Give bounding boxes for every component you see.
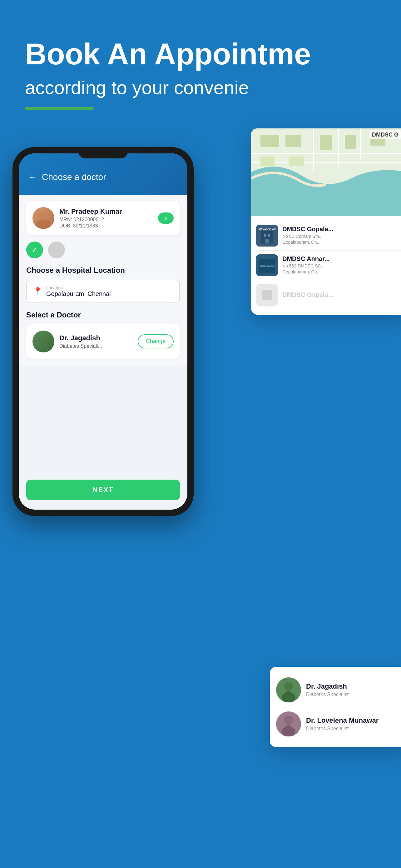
map-svg (251, 128, 401, 216)
svg-rect-31 (287, 725, 290, 726)
choose-hospital-title: Choose a Hospital Location (26, 266, 180, 275)
svg-rect-27 (287, 691, 290, 692)
map-area: DMDSC G (251, 128, 401, 216)
patient-dob: DOB: 30/11/1983 (59, 223, 153, 229)
svg-text:GOPALAPURAM: GOPALAPURAM (258, 228, 275, 230)
phone-body: Mr. Pradeep Kumar MRN: 02120000012 DOB: … (19, 195, 188, 365)
doctor-popup-specialty-2: Diabetes Specialist (306, 726, 378, 732)
phone-frame: ← Choose a doctor Mr. Pradeep Kumar MRN:… (12, 147, 194, 516)
next-button[interactable]: NEXT (26, 479, 180, 500)
avatar-face (32, 207, 54, 229)
toggle-inactive[interactable] (48, 242, 65, 258)
phone-header: ← Choose a doctor (19, 153, 188, 195)
hospital-name-1: DMDSC Gopala... (282, 226, 401, 233)
patient-mrn: MRN: 02120000012 (59, 217, 153, 222)
patient-card: Mr. Pradeep Kumar MRN: 02120000012 DOB: … (26, 201, 180, 235)
hero-underline (25, 107, 94, 110)
hospital-item-2[interactable]: ANNA NAGA DMDSC Annar... No 562 DMDSC SC… (256, 251, 401, 280)
doctor-card-specialty: Diabetes Speciali... (59, 343, 133, 349)
patient-avatar (32, 207, 54, 229)
doctor-avatar (32, 331, 54, 352)
svg-rect-23 (262, 290, 272, 300)
hospital-image-1: GOPALAPURAM (256, 225, 278, 247)
hospital-address-1: No 6B Conram Sm... Gopalapuram, Ch... (282, 234, 401, 246)
doctor-popup-name-1: Dr. Jagadish (306, 682, 348, 690)
svg-point-25 (284, 682, 293, 690)
hospital-thumb-1: GOPALAPURAM (256, 225, 278, 247)
back-row: ← Choose a doctor (28, 172, 178, 182)
doctor-popup-avatar-1 (276, 677, 301, 703)
svg-rect-17 (265, 239, 269, 243)
phone-container: ← Choose a doctor Mr. Pradeep Kumar MRN:… (0, 147, 401, 803)
hospital-address-2: No 562 DMDSC SC... Gopalapuram, Ch... (282, 263, 401, 275)
svg-rect-8 (320, 135, 332, 150)
doctor-card-name: Dr. Jagadish (59, 334, 133, 342)
hospital-name-2: DMDSC Annar... (282, 255, 401, 262)
svg-text:ANNA NAGA: ANNA NAGA (260, 265, 275, 268)
header-title: Choose a doctor (42, 172, 106, 182)
select-doctor-title: Select a Doctor (26, 311, 180, 319)
doctor-popup-specialty-1: Diabetes Specialist (306, 692, 348, 698)
doctor-popup-info-2: Dr. Lovelena Munawar Diabetes Specialist (306, 716, 378, 732)
svg-rect-6 (261, 135, 279, 147)
hospital-info-1: DMDSC Gopala... No 6B Conram Sm... Gopal… (282, 226, 401, 246)
svg-rect-9 (345, 135, 356, 149)
svg-rect-11 (261, 157, 274, 166)
toggle-row: ✓ (26, 242, 180, 258)
hero-title: Book An Appointme (25, 37, 376, 71)
phone-notch (78, 147, 128, 158)
patient-action-button[interactable]: › (158, 213, 174, 224)
location-label: Location (46, 285, 111, 290)
map-popup: DMDSC G GOPALAPURAM (251, 128, 401, 315)
doctor-card-info: Dr. Jagadish Diabetes Speciali... (59, 334, 133, 349)
hero-subtitle: according to your convenie (25, 77, 376, 98)
doctor-popup-info-1: Dr. Jagadish Diabetes Specialist (306, 682, 348, 698)
svg-rect-12 (289, 157, 304, 166)
toggle-active[interactable]: ✓ (26, 242, 43, 258)
doctor-popup-item-2[interactable]: Dr. Lovelena Munawar Diabetes Specialist (276, 707, 401, 741)
doctor-card: Dr. Jagadish Diabetes Speciali... Change (26, 324, 180, 359)
patient-info: Mr. Pradeep Kumar MRN: 02120000012 DOB: … (59, 208, 153, 229)
location-value: Gopalapuram, Chennai (46, 290, 111, 298)
svg-rect-7 (286, 135, 301, 147)
location-input[interactable]: 📍 Location Gopalapuram, Chennai (26, 280, 180, 303)
doctor-popup-name-2: Dr. Lovelena Munawar (306, 716, 378, 724)
hospital-info-2: DMDSC Annar... No 562 DMDSC SC... Gopala… (282, 255, 401, 275)
doctor-popup: Dr. Jagadish Diabetes Specialist Dr. Lov… (270, 667, 401, 747)
doctor-popup-avatar-2 (276, 711, 301, 737)
patient-name: Mr. Pradeep Kumar (59, 208, 153, 216)
hospital-name-3: DMDSC Gopala... (282, 291, 401, 299)
change-doctor-button[interactable]: Change (138, 334, 174, 348)
svg-rect-15 (264, 234, 266, 237)
next-btn-container: NEXT (26, 479, 180, 500)
hospital-thumb-3 (256, 284, 278, 306)
hospital-image-2: ANNA NAGA (256, 254, 278, 276)
back-arrow-icon[interactable]: ← (28, 172, 37, 182)
doctor-popup-item-1[interactable]: Dr. Jagadish Diabetes Specialist (276, 673, 401, 707)
location-pin-icon: 📍 (33, 287, 42, 296)
hospital-thumb-2: ANNA NAGA (256, 254, 278, 276)
svg-rect-16 (268, 234, 270, 237)
location-text-group: Location Gopalapuram, Chennai (46, 285, 111, 298)
svg-point-29 (284, 716, 293, 724)
hospital-info-3: DMDSC Gopala... (282, 291, 401, 299)
hospital-item-1[interactable]: GOPALAPURAM DMDSC Gopala... No 6B Conram… (256, 221, 401, 251)
map-label: DMDSC G (369, 130, 401, 139)
hospital-list: GOPALAPURAM DMDSC Gopala... No 6B Conram… (251, 216, 401, 315)
hospital-item-3[interactable]: DMDSC Gopala... (256, 280, 401, 310)
phone-screen: ← Choose a doctor Mr. Pradeep Kumar MRN:… (19, 153, 188, 509)
